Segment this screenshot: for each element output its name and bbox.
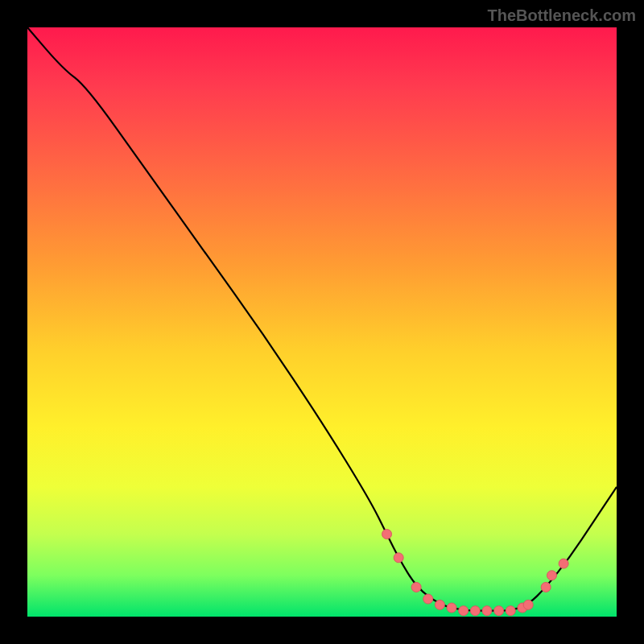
data-marker — [541, 582, 551, 592]
data-marker — [382, 530, 392, 539]
chart-frame: TheBottleneck.com — [0, 0, 644, 644]
data-marker — [411, 582, 421, 592]
data-marker — [447, 603, 456, 613]
data-marker — [459, 606, 469, 616]
data-marker — [506, 606, 515, 616]
data-marker — [394, 553, 403, 563]
data-marker — [423, 594, 433, 604]
data-marker — [547, 571, 556, 580]
data-marker — [494, 606, 504, 616]
bottleneck-curve — [27, 27, 617, 611]
chart-overlay — [27, 27, 617, 617]
data-marker — [470, 606, 480, 616]
data-marker — [523, 600, 533, 609]
data-marker — [435, 600, 444, 609]
data-marker — [559, 559, 568, 568]
data-marker — [482, 606, 492, 616]
attribution-label: TheBottleneck.com — [488, 6, 636, 25]
marker-group — [382, 530, 569, 616]
